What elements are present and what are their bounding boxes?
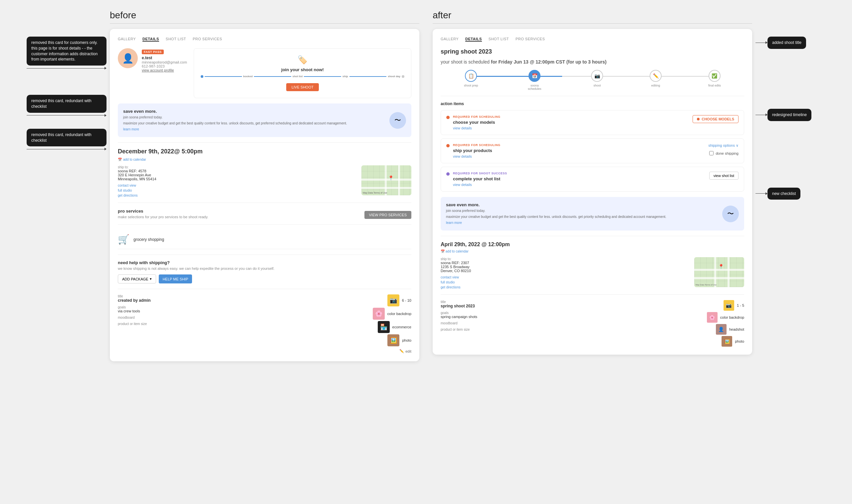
after-promo-desc: maximize your creative budget and get th… xyxy=(446,215,666,219)
fast-pass-badge: FAST PASS xyxy=(142,50,164,54)
after-promo-subhead: join soona preferred today. xyxy=(446,209,666,213)
after-promo-headline: save even more. xyxy=(446,202,666,207)
action-detail-3[interactable]: view details xyxy=(453,183,507,187)
view-shot-list-button[interactable]: view shot list xyxy=(709,172,739,180)
get-directions-link[interactable]: get directions xyxy=(118,194,355,197)
date-location-section: December 9th, 2022@ 5:00pm 📅 add to cale… xyxy=(118,148,411,197)
shot-list-section: title created by admin goals via crew to… xyxy=(118,294,411,353)
view-pro-services-button[interactable]: VIEW PRO SERVICES xyxy=(365,211,412,219)
join-shoot-title: join your shoot now! xyxy=(201,67,404,72)
promo-card: save even more. join soona preferred tod… xyxy=(118,104,411,137)
after-date-section: April 29th, 2022 @ 12:00pm 📅 add to cale… xyxy=(441,241,744,289)
action-detail-1[interactable]: view details xyxy=(453,126,500,130)
after-promo-link[interactable]: learn more xyxy=(446,221,462,224)
shot-title-val: created by admin xyxy=(118,298,366,303)
after-card: GALLERY DETAILS SHOT LIST PRO SERVICES s… xyxy=(433,29,752,355)
add-calendar-link[interactable]: 📅 add to calendar xyxy=(118,158,411,161)
action-req-label-1: REQUIRED FOR SCHEDULING xyxy=(453,115,500,119)
after-annotations: added shoot title redesigned timeline ne… xyxy=(752,10,826,361)
map-placeholder: 📍 Map Data Terms of Use xyxy=(361,165,411,195)
annotation-timeline: redesigned timeline xyxy=(767,109,811,121)
add-package-button[interactable]: ADD PACKAGE ▾ xyxy=(118,274,156,284)
edit-link[interactable]: ✏️ edit xyxy=(118,349,411,353)
annotation-card2: removed this card, redundant with checkl… xyxy=(26,95,107,113)
done-shipping-checkbox[interactable]: done shipping xyxy=(709,151,739,155)
after-shot-label-4: photo xyxy=(735,339,744,343)
shipping-section: need help with shipping? we know shippin… xyxy=(118,260,411,284)
after-tab-gallery[interactable]: GALLERY xyxy=(441,37,459,41)
timeline-container: 📋 shoot prep 📅 soona schedules 📷 shoot xyxy=(441,70,744,90)
after-shot-thumb-2: 🌸 xyxy=(707,312,717,323)
action-detail-2[interactable]: view details xyxy=(453,155,500,158)
after-promo-logo: 〜 xyxy=(722,205,739,222)
after-get-directions-link[interactable]: get directions xyxy=(441,285,688,289)
step-final-edits: ✅ final edits xyxy=(708,70,721,90)
before-nav-tabs: GALLERY DETAILS SHOT LIST PRO SERVICES xyxy=(118,37,411,41)
contact-view-link[interactable]: contact view xyxy=(118,184,355,187)
action-item-shotlist: REQUIRED FOR SHOOT SUCCESS complete your… xyxy=(441,167,744,192)
shot-goals-val: via crew tools xyxy=(118,309,366,313)
tab-details[interactable]: DETAILS xyxy=(142,37,159,41)
promo-logo: 〜 xyxy=(389,112,406,129)
shot-thumb-3: 🏪 xyxy=(378,321,390,333)
action-req-label-3: REQUIRED FOR SHOOT SUCCESS xyxy=(453,172,507,175)
after-full-studio-link[interactable]: full studio xyxy=(441,281,688,284)
promo-link[interactable]: learn more xyxy=(123,127,139,131)
after-shot-thumb-4: 🖼️ xyxy=(722,336,732,347)
after-calendar-link[interactable]: 📅 add to calendar xyxy=(441,250,744,253)
join-shoot-section: 🏷️ join your shoot now! booked shot list… xyxy=(194,48,411,98)
shipping-desc: we know shipping is not always easy. we … xyxy=(118,267,411,270)
date-text: December 9th, 2022@ 5:00pm xyxy=(118,148,411,155)
view-profile-link[interactable]: view account profile xyxy=(142,68,187,72)
after-tab-shot-list[interactable]: SHOT LIST xyxy=(489,37,509,41)
user-info: FAST PASS e.test minneapolisrod@gmail.co… xyxy=(142,48,187,72)
annotation-checklist: new checklist xyxy=(767,187,800,200)
action-item-shipping: REQUIRED FOR SCHEDULING ship your produc… xyxy=(441,138,744,163)
shipping-options-link[interactable]: shipping options ∨ xyxy=(708,143,739,148)
shot-label-3: ecommerce xyxy=(392,325,411,329)
annotation-card3: removed this card, redundant with checkl… xyxy=(26,129,107,147)
avatar: 👤 xyxy=(118,48,138,68)
after-shot-goals-label: goals xyxy=(441,311,707,315)
step-editing: ✏️ editing xyxy=(650,70,662,90)
live-shoot-button[interactable]: LIVE SHOOT xyxy=(286,83,319,91)
after-title: after xyxy=(433,10,752,24)
after-promo-card: save even more. join soona preferred tod… xyxy=(441,197,744,231)
after-date-text: April 29th, 2022 @ 12:00pm xyxy=(441,241,744,248)
promo-headline: save even more. xyxy=(123,109,347,114)
pro-services-title: pro services xyxy=(118,209,208,214)
after-shot-title-val: spring shoot 2023 xyxy=(441,304,707,308)
choose-models-button[interactable]: CHOOSE MODELS xyxy=(693,115,739,123)
after-shot-label-2: color backdrop xyxy=(720,316,744,319)
shot-thumb-1: 📷 xyxy=(387,294,400,306)
grocery-icon: 🛒 xyxy=(118,234,129,245)
shot-thumb-4: 🖼️ xyxy=(387,334,400,346)
after-shot-moodboard-label: moodboard xyxy=(441,321,707,325)
after-tab-details[interactable]: DETAILS xyxy=(465,37,482,41)
annotation-card1: removed this card for customers only. th… xyxy=(26,37,107,66)
pro-services-section: pro services make selections for your pr… xyxy=(118,208,411,219)
user-email: minneapolisrod@gmail.com xyxy=(142,60,187,64)
after-shoot-title: spring shoot 2023 xyxy=(441,48,744,55)
after-contact-view-link[interactable]: contact view xyxy=(441,275,688,279)
full-studio-link[interactable]: full studio xyxy=(118,188,355,192)
after-nav-tabs: GALLERY DETAILS SHOT LIST PRO SERVICES xyxy=(441,37,744,41)
action-items-label: action items xyxy=(441,102,744,106)
after-shot-list-section: title spring shoot 2023 goals spring cam… xyxy=(441,300,744,347)
after-shot-title-label: title xyxy=(441,300,707,304)
help-me-ship-button[interactable]: HELP ME SHIP xyxy=(159,274,192,284)
tab-gallery[interactable]: GALLERY xyxy=(118,37,136,41)
user-phone: 612-987-1023 xyxy=(142,64,187,68)
after-tab-pro-services[interactable]: PRO SERVICES xyxy=(516,37,545,41)
user-name: e.test xyxy=(142,56,187,60)
tab-shot-list[interactable]: SHOT LIST xyxy=(166,37,186,41)
after-map-placeholder: 📍 Map Data Terms of Use xyxy=(694,257,744,287)
tab-pro-services[interactable]: PRO SERVICES xyxy=(193,37,222,41)
promo-subhead: join soona preferred today. xyxy=(123,115,347,120)
after-shot-goals-val: spring campaign shots xyxy=(441,315,707,319)
action-req-label-2: REQUIRED FOR SCHEDULING xyxy=(453,143,500,147)
shot-product-label: product or item size xyxy=(118,322,366,326)
promo-desc: maximize your creative budget and get th… xyxy=(123,121,347,126)
after-shot-range-1: 1 - 5 xyxy=(737,303,744,307)
shot-label-4: photo xyxy=(402,338,411,342)
